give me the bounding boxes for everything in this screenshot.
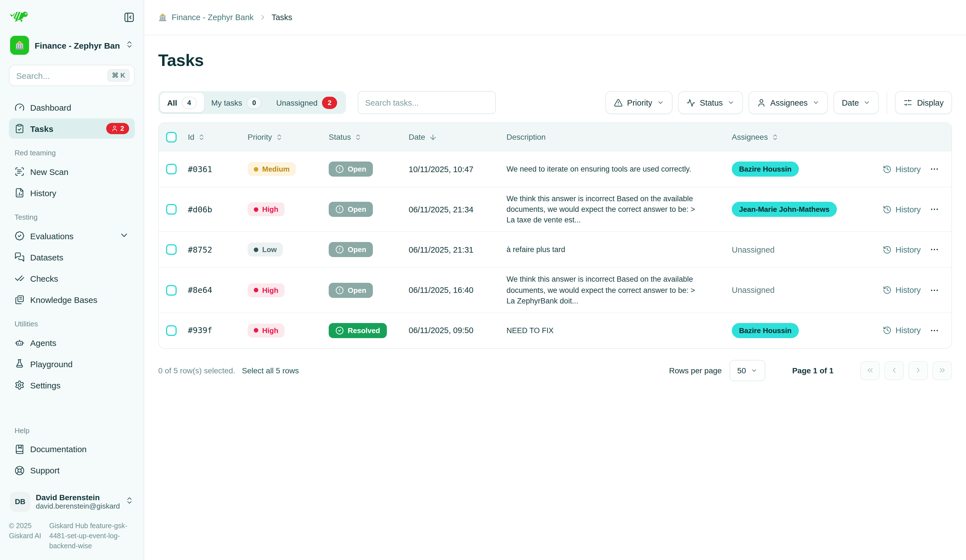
sidebar-item-dashboard[interactable]: Dashboard — [9, 97, 135, 117]
priority-badge: High — [248, 324, 284, 338]
chevron-down-icon — [812, 99, 820, 106]
table-header-row: Id Priority Status Date — [159, 123, 951, 151]
workspace-selector[interactable]: Finance - Zephyr Bank — [9, 33, 135, 57]
sidebar-item-agents[interactable]: Agents — [9, 333, 135, 353]
user-menu[interactable]: DB David Berenstein david.berenstein@gis… — [9, 490, 135, 513]
sidebar-search[interactable]: ⌘ K — [9, 65, 135, 86]
history-button[interactable]: History — [883, 164, 921, 174]
sort-icon — [275, 133, 283, 141]
sidebar-item-support[interactable]: Support — [9, 460, 135, 480]
ellipsis-icon — [930, 326, 939, 335]
select-all-checkbox[interactable] — [166, 131, 176, 142]
task-date: 06/11/2025, 09:50 — [405, 326, 500, 335]
breadcrumb-workspace-link[interactable]: Finance - Zephyr Bank — [158, 13, 253, 22]
section-utilities: Utilities — [15, 320, 135, 328]
column-header-status[interactable]: Status — [324, 133, 405, 141]
column-header-date[interactable]: Date — [405, 133, 500, 141]
first-page-button[interactable] — [860, 361, 880, 380]
check-check-icon — [15, 273, 25, 283]
tab-unassigned-count: 2 — [322, 97, 337, 109]
next-page-button[interactable] — [909, 361, 928, 380]
task-id: #939f — [183, 326, 243, 335]
last-page-button[interactable] — [932, 361, 952, 380]
circle-alert-icon — [335, 165, 344, 173]
priority-dot — [254, 288, 258, 292]
priority-badge: High — [248, 283, 284, 297]
sidebar-collapse-icon[interactable] — [123, 12, 135, 23]
assignee-pill[interactable]: Bazire Houssin — [732, 161, 799, 177]
sidebar-search-input[interactable] — [16, 71, 103, 80]
chevron-left-icon — [890, 366, 899, 375]
sliders-icon — [904, 98, 913, 107]
row-checkbox[interactable] — [166, 285, 176, 296]
row-checkbox[interactable] — [166, 164, 176, 174]
priority-filter-button[interactable]: Priority — [605, 91, 672, 114]
sidebar-item-settings[interactable]: Settings — [9, 375, 135, 395]
row-menu-button[interactable] — [930, 326, 939, 335]
row-checkbox[interactable] — [166, 245, 176, 255]
table-row[interactable]: #8752 Low Open 06/11/2025, 21:31 à refai… — [159, 232, 951, 268]
sidebar-item-knowledge-bases[interactable]: Knowledge Bases — [9, 289, 135, 310]
task-date: 06/11/2025, 21:34 — [405, 205, 500, 214]
task-search-input[interactable] — [365, 98, 489, 107]
status-badge: Open — [329, 282, 373, 297]
assignees-filter-button[interactable]: Assignees — [749, 91, 828, 114]
previous-page-button[interactable] — [884, 361, 904, 380]
breadcrumb-current-page: Tasks — [271, 13, 292, 22]
select-all-rows-button[interactable]: Select all 5 rows — [242, 366, 299, 375]
history-button[interactable]: History — [883, 245, 921, 254]
sidebar-item-history[interactable]: History — [9, 183, 135, 203]
priority-dot — [254, 207, 258, 212]
sidebar-item-documentation[interactable]: Documentation — [9, 439, 135, 459]
column-header-priority[interactable]: Priority — [243, 133, 324, 141]
table-row[interactable]: #939f High Resolved 06/11/2025, 09:50 NE… — [159, 312, 951, 348]
sidebar-item-datasets[interactable]: Datasets — [9, 247, 135, 267]
row-menu-button[interactable] — [930, 164, 939, 174]
activity-icon — [687, 98, 695, 107]
status-badge: Resolved — [329, 323, 387, 338]
table-row[interactable]: #8e64 High Open 06/11/2025, 16:40 We thi… — [159, 268, 951, 312]
column-header-id[interactable]: Id — [183, 133, 243, 141]
row-menu-button[interactable] — [930, 245, 939, 255]
task-id: #d06b — [183, 205, 243, 214]
tab-all[interactable]: All 4 — [160, 93, 204, 112]
row-checkbox[interactable] — [166, 325, 176, 336]
sidebar-item-new-scan[interactable]: New Scan — [9, 161, 135, 182]
rows-per-page-select[interactable]: 50 — [729, 360, 765, 381]
column-header-assignees[interactable]: Assignees — [722, 133, 867, 141]
filter-group: Priority Status Assignees Date — [605, 91, 952, 114]
chevrons-right-icon — [938, 366, 946, 375]
pagination — [860, 361, 952, 380]
assignee-pill[interactable]: Jean-Marie John-Mathews — [732, 202, 837, 217]
selection-status: 0 of 5 row(s) selected. — [158, 366, 235, 375]
clipboard-check-icon — [15, 123, 25, 133]
priority-dot — [254, 167, 258, 171]
sidebar-item-tasks[interactable]: Tasks 2 — [9, 118, 135, 139]
ellipsis-icon — [930, 245, 939, 255]
unassigned-label: Unassigned — [732, 286, 775, 294]
row-checkbox[interactable] — [166, 204, 176, 215]
sidebar-item-playground[interactable]: Playground — [9, 354, 135, 374]
task-search[interactable] — [358, 91, 496, 114]
row-menu-button[interactable] — [930, 205, 939, 214]
history-button[interactable]: History — [883, 205, 921, 214]
date-filter-button[interactable]: Date — [833, 91, 879, 114]
copyright: © 2025 Giskard AI Giskard Hub feature-gs… — [9, 521, 135, 551]
sort-icon — [771, 133, 779, 141]
row-menu-button[interactable] — [930, 285, 939, 295]
table-row[interactable]: #0361 Medium Open 10/11/2025, 10:47 We n… — [159, 151, 951, 187]
bank-icon — [158, 13, 167, 22]
tab-my-tasks[interactable]: My tasks 0 — [204, 93, 269, 112]
task-id: #8e64 — [183, 286, 243, 294]
assignee-pill[interactable]: Bazire Houssin — [732, 323, 799, 338]
tab-unassigned[interactable]: Unassigned 2 — [269, 93, 344, 112]
sidebar-item-evaluations[interactable]: Evaluations — [9, 226, 135, 246]
priority-dot — [254, 248, 258, 252]
history-button[interactable]: History — [883, 286, 921, 294]
history-button[interactable]: History — [883, 326, 921, 335]
table-row[interactable]: #d06b High Open 06/11/2025, 21:34 We thi… — [159, 187, 951, 232]
display-button[interactable]: Display — [895, 91, 952, 114]
sidebar-item-checks[interactable]: Checks — [9, 268, 135, 288]
toolbar-divider — [887, 91, 887, 114]
status-filter-button[interactable]: Status — [678, 91, 743, 114]
